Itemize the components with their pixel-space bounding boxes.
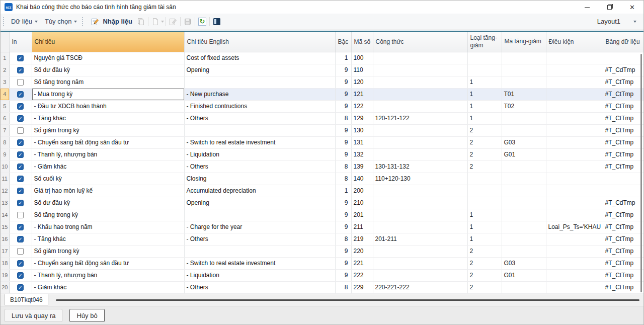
cell-ma-tang-giam[interactable] <box>502 124 546 136</box>
cell-bac[interactable]: 8 <box>335 112 351 124</box>
row-number[interactable]: 2 <box>1 64 9 76</box>
cell-bang-du-lieu[interactable]: #T_CtTmp <box>603 209 643 221</box>
cell-english[interactable]: Cost of fixed assets <box>184 52 335 64</box>
cell-dieu-kien[interactable] <box>546 197 603 209</box>
cell-in[interactable] <box>9 76 32 88</box>
cell-dieu-kien[interactable] <box>546 245 603 257</box>
cell-ma-so[interactable]: 130 <box>351 124 373 136</box>
cell-in[interactable] <box>9 209 32 221</box>
cell-loai-tang-giam[interactable]: 2 <box>467 269 502 281</box>
cell-ma-tang-giam[interactable]: G03 <box>502 257 546 269</box>
cell-bang-du-lieu[interactable]: #T_CtTmp <box>603 76 643 88</box>
cell-bac[interactable]: 9 <box>335 100 351 112</box>
cell-cong-thuc[interactable] <box>373 197 467 209</box>
column-header-chi-tieu[interactable]: Chỉ tiêu <box>32 32 184 52</box>
cell-ma-tang-giam[interactable]: T02 <box>502 100 546 112</box>
cell-bang-du-lieu[interactable]: #T_CtTmp <box>603 269 643 281</box>
cell-cong-thuc[interactable]: 120-121-122 <box>373 112 467 124</box>
cell-ma-so[interactable]: 131 <box>351 136 373 148</box>
cell-in[interactable] <box>9 185 32 197</box>
cell-dieu-kien[interactable] <box>546 76 603 88</box>
cell-bang-du-lieu[interactable]: #T_CtTmp <box>603 281 643 293</box>
cell-ma-so[interactable]: 211 <box>351 221 373 233</box>
cell-ma-tang-giam[interactable] <box>502 112 546 124</box>
cell-bang-du-lieu[interactable]: #T_CtTmp <box>603 100 643 112</box>
cell-in[interactable] <box>9 112 32 124</box>
cell-chi-tieu[interactable]: Số dư đầu kỳ <box>32 64 184 76</box>
cell-dieu-kien[interactable] <box>546 269 603 281</box>
cell-loai-tang-giam[interactable] <box>467 197 502 209</box>
cell-english[interactable]: - Others <box>184 160 335 173</box>
cell-loai-tang-giam[interactable] <box>467 185 502 197</box>
cell-in[interactable] <box>9 124 32 136</box>
minimize-button[interactable] <box>576 1 598 14</box>
cell-ma-tang-giam[interactable] <box>502 76 546 88</box>
cell-loai-tang-giam[interactable]: 1 <box>467 88 502 100</box>
cell-in[interactable] <box>9 148 32 160</box>
cell-ma-so[interactable]: 210 <box>351 197 373 209</box>
cell-ma-so[interactable]: 221 <box>351 257 373 269</box>
cell-bang-du-lieu[interactable]: #T_CtTmp <box>603 245 643 257</box>
cell-dieu-kien[interactable] <box>546 52 603 64</box>
cell-ma-so[interactable]: 132 <box>351 148 373 160</box>
checkbox-unchecked-icon[interactable] <box>17 212 24 218</box>
cell-english[interactable] <box>184 76 335 88</box>
column-header-bac[interactable]: Bậc <box>335 32 351 52</box>
cell-english[interactable] <box>184 245 335 257</box>
column-header-loai-tang-giam[interactable]: Loại tăng-giảm <box>467 32 502 52</box>
cell-cong-thuc[interactable] <box>373 245 467 257</box>
cell-cong-thuc[interactable] <box>373 185 467 197</box>
cell-dieu-kien[interactable] <box>546 257 603 269</box>
cell-dieu-kien[interactable] <box>546 185 603 197</box>
cell-ma-so[interactable]: 120 <box>351 76 373 88</box>
cell-bac[interactable]: 9 <box>335 76 351 88</box>
checkbox-checked-icon[interactable] <box>17 164 24 170</box>
cell-ma-tang-giam[interactable] <box>502 64 546 76</box>
cell-bang-du-lieu[interactable] <box>603 185 643 197</box>
cell-cong-thuc[interactable] <box>373 209 467 221</box>
cell-dieu-kien[interactable]: Loai_Ps_Ts='KHAU <box>546 221 603 233</box>
cell-loai-tang-giam[interactable]: 2 <box>467 281 502 293</box>
cell-ma-so[interactable]: 222 <box>351 269 373 281</box>
cell-dieu-kien[interactable] <box>546 148 603 160</box>
cell-ma-tang-giam[interactable] <box>502 52 546 64</box>
cell-bang-du-lieu[interactable] <box>603 52 643 64</box>
cell-chi-tieu[interactable]: - Đầu tư XDCB hoàn thành <box>32 100 184 112</box>
cell-english[interactable]: - Others <box>184 233 335 245</box>
cell-dieu-kien[interactable] <box>546 136 603 148</box>
vertical-scrollbar-thumb[interactable] <box>640 54 642 292</box>
cell-english[interactable] <box>184 124 335 136</box>
checkbox-checked-icon[interactable] <box>17 200 24 206</box>
cell-in[interactable] <box>9 52 32 64</box>
cell-chi-tieu[interactable]: Số dư đầu kỳ <box>32 197 184 209</box>
checkbox-checked-icon[interactable] <box>17 224 24 230</box>
cell-in[interactable] <box>9 233 32 245</box>
cell-dieu-kien[interactable] <box>546 100 603 112</box>
cell-bang-du-lieu[interactable]: #T_CtTmp <box>603 88 643 100</box>
cell-cong-thuc[interactable] <box>373 136 467 148</box>
cell-bac[interactable]: 9 <box>335 64 351 76</box>
cell-chi-tieu[interactable]: Số tăng trong năm <box>32 76 184 88</box>
cell-bang-du-lieu[interactable]: #T_CtTmp <box>603 112 643 124</box>
cell-dieu-kien[interactable] <box>546 88 603 100</box>
checkbox-checked-icon[interactable] <box>17 103 24 110</box>
cell-ma-tang-giam[interactable] <box>502 245 546 257</box>
cell-chi-tieu[interactable]: Giá trị hao mòn luỹ kế <box>32 185 184 197</box>
checkbox-checked-icon[interactable] <box>17 176 24 182</box>
cell-ma-so[interactable]: 100 <box>351 52 373 64</box>
cell-chi-tieu[interactable]: - Thanh lý, nhượng bán <box>32 269 184 281</box>
cell-loai-tang-giam[interactable]: 2 <box>467 148 502 160</box>
checkbox-checked-icon[interactable] <box>17 91 24 98</box>
save-and-exit-button[interactable]: Lưu và quay ra <box>5 309 62 322</box>
cell-chi-tieu[interactable]: Số tăng trong kỳ <box>32 209 184 221</box>
sheet-tab[interactable]: B10Tkqt046 <box>5 294 48 305</box>
cell-ma-so[interactable]: 220 <box>351 245 373 257</box>
row-number[interactable]: 9 <box>1 148 9 160</box>
cell-bac[interactable]: 8 <box>335 160 351 173</box>
cell-loai-tang-giam[interactable] <box>467 173 502 185</box>
cell-in[interactable] <box>9 88 32 100</box>
cell-ma-tang-giam[interactable] <box>502 233 546 245</box>
cell-chi-tieu[interactable]: - Mua trong kỳ <box>32 88 184 100</box>
layout-panel-icon[interactable] <box>211 16 222 27</box>
cell-cong-thuc[interactable] <box>373 88 467 100</box>
